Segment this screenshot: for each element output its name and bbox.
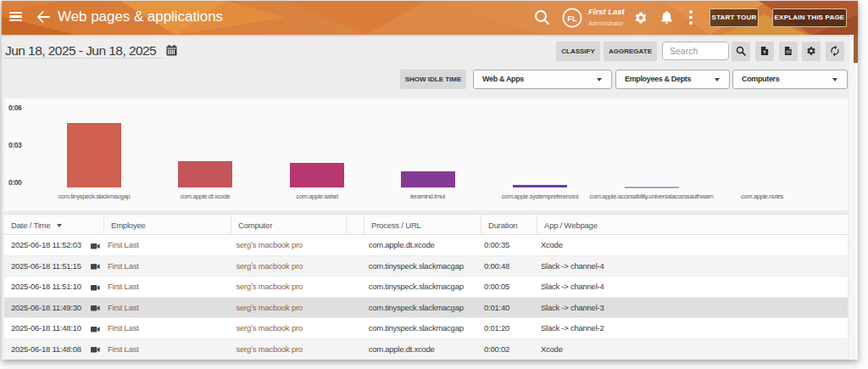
svg-text:FL: FL xyxy=(568,14,577,23)
